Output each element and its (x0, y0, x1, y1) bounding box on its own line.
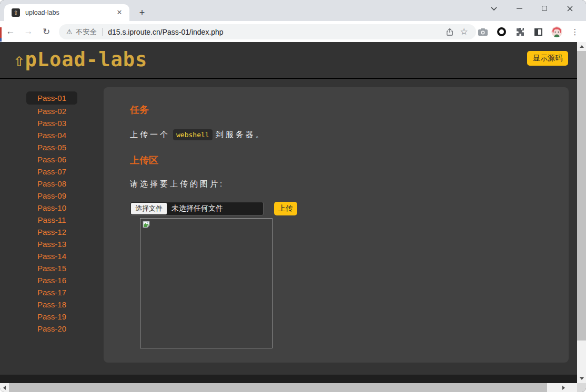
file-status-text: 未选择任何文件 (171, 204, 223, 213)
sidebar-item-pass[interactable]: Pass-13 (21, 238, 83, 250)
bookmark-star-icon[interactable]: ☆ (457, 25, 471, 39)
logo-text: pLoad-labs (25, 48, 147, 71)
scroll-up-icon (580, 45, 584, 48)
task-text-suffix: 到服务器。 (216, 130, 266, 140)
sidebar-item-pass[interactable]: Pass-03 (21, 117, 83, 129)
close-window-button[interactable] (564, 3, 575, 14)
window-controls (488, 0, 582, 17)
pass-link[interactable]: Pass-11 (38, 215, 66, 224)
sidebar-item-pass[interactable]: Pass-12 (21, 226, 83, 238)
task-description: 上传一个 webshell 到服务器。 (130, 129, 569, 140)
page-footer-strip (0, 375, 577, 383)
maximize-icon (542, 6, 547, 11)
task-text-prefix: 上传一个 (130, 130, 170, 140)
sidebar-item-pass[interactable]: Pass-15 (21, 262, 83, 274)
scroll-left-icon (3, 386, 6, 390)
pass-link[interactable]: Pass-19 (37, 312, 66, 321)
ring-extension-icon[interactable] (496, 26, 507, 38)
tab-title: upload-labs (25, 9, 115, 16)
browser-menu-icon[interactable]: ⋮ (569, 26, 581, 38)
pass-link[interactable]: Pass-03 (37, 119, 66, 128)
sidebar-item-pass[interactable]: Pass-06 (21, 153, 83, 166)
pass-link[interactable]: Pass-12 (37, 228, 66, 236)
sidebar-item-pass[interactable]: Pass-17 (21, 286, 83, 298)
sidebar-item-pass[interactable]: Pass-01 (26, 91, 77, 105)
tab-strip: ⇧ upload-labs ✕ + (0, 0, 586, 21)
pass-link[interactable]: Pass-17 (37, 288, 66, 297)
vertical-scrollbar[interactable] (577, 42, 586, 383)
site-header: ⇧pLoad-labs 显示源码 (0, 42, 577, 79)
scroll-up-button[interactable] (577, 42, 586, 51)
browser-window: ⇧ upload-labs ✕ + ← → ↻ ⚠ 不安全 d15.s.ipro… (0, 0, 586, 392)
show-source-button[interactable]: 显示源码 (527, 51, 568, 66)
sidebar-item-pass[interactable]: Pass-18 (21, 298, 83, 311)
choose-file-button[interactable]: 选择文件 (131, 203, 167, 214)
pass-link[interactable]: Pass-02 (37, 107, 66, 116)
browser-tab[interactable]: ⇧ upload-labs ✕ (4, 4, 129, 21)
pass-link[interactable]: Pass-04 (37, 131, 66, 140)
address-bar[interactable]: ⚠ 不安全 d15.s.iproute.cn/Pass-01/index.php… (59, 24, 476, 39)
upload-button[interactable]: 上传 (274, 202, 297, 215)
profile-avatar[interactable] (551, 26, 562, 38)
sidebar-item-pass[interactable]: Pass-04 (21, 129, 83, 141)
url-text[interactable]: d15.s.iproute.cn/Pass-01/index.php (108, 28, 443, 36)
pass-link[interactable]: Pass-13 (37, 240, 66, 249)
file-upload-row: 选择文件 未选择任何文件 上传 (130, 202, 569, 215)
maximize-button[interactable] (539, 3, 550, 14)
pass-link[interactable]: Pass-15 (37, 264, 66, 273)
minimize-button[interactable] (513, 3, 525, 14)
scrollbar-corner (577, 383, 586, 392)
sidebar-item-pass[interactable]: Pass-05 (21, 141, 83, 153)
pass-link[interactable]: Pass-07 (37, 167, 66, 176)
content-panel: 任务 上传一个 webshell 到服务器。 上传区 请选择要上传的图片: 选择… (104, 87, 569, 363)
sidebar-item-pass[interactable]: Pass-07 (21, 166, 83, 178)
logo-arrow-icon: ⇧ (14, 49, 25, 70)
new-tab-button[interactable]: + (135, 6, 149, 20)
pass-link[interactable]: Pass-09 (37, 191, 66, 200)
sidebar-item-pass[interactable]: Pass-20 (21, 323, 83, 335)
window-chevron-icon[interactable] (488, 3, 500, 14)
sidebar-item-pass[interactable]: Pass-08 (21, 178, 83, 190)
share-icon[interactable] (443, 25, 457, 39)
upload-area-heading: 上传区 (130, 154, 569, 167)
omnibox-divider (102, 28, 103, 36)
sidebar-item-pass[interactable]: Pass-10 (21, 202, 83, 214)
horizontal-scrollbar-thumb[interactable] (9, 383, 547, 392)
pass-link[interactable]: Pass-05 (37, 143, 66, 152)
webpage: ⇧pLoad-labs 显示源码 Pass-01Pass-02Pass-03Pa… (0, 42, 577, 383)
task-heading: 任务 (130, 104, 569, 116)
camera-extension-icon[interactable] (477, 26, 489, 38)
security-label[interactable]: 不安全 (76, 27, 97, 37)
scroll-down-icon (580, 377, 584, 380)
horizontal-scrollbar[interactable] (0, 383, 577, 392)
scroll-right-button[interactable] (559, 383, 568, 392)
pass-link[interactable]: Pass-14 (37, 252, 66, 261)
side-panel-icon[interactable] (532, 26, 544, 38)
scroll-down-button[interactable] (577, 374, 586, 383)
sidebar-item-pass[interactable]: Pass-02 (21, 105, 83, 117)
back-button[interactable]: ← (3, 24, 18, 39)
pass-link[interactable]: Pass-08 (37, 179, 66, 188)
pass-link[interactable]: Pass-16 (37, 276, 66, 285)
pass-link[interactable]: Pass-18 (37, 300, 66, 309)
sidebar-item-pass[interactable]: Pass-19 (21, 311, 83, 323)
tab-close-icon[interactable]: ✕ (115, 8, 124, 17)
pass-link[interactable]: Pass-10 (37, 203, 66, 212)
pass-link[interactable]: Pass-20 (37, 324, 66, 333)
reload-button[interactable]: ↻ (39, 24, 54, 39)
sidebar-item-pass[interactable]: Pass-14 (21, 250, 83, 262)
scroll-right-icon (562, 386, 565, 390)
pass-link[interactable]: Pass-01 (37, 94, 66, 102)
vertical-scrollbar-thumb[interactable] (577, 51, 586, 341)
file-input[interactable]: 选择文件 未选择任何文件 (130, 202, 264, 215)
extensions-puzzle-icon[interactable] (514, 26, 526, 38)
sidebar-item-pass[interactable]: Pass-16 (21, 274, 83, 286)
upload-result-image-placeholder (140, 218, 272, 348)
scroll-left-button[interactable] (0, 383, 9, 392)
tab-favicon-icon: ⇧ (12, 8, 20, 17)
pass-link[interactable]: Pass-06 (37, 155, 66, 164)
forward-button[interactable]: → (21, 24, 36, 39)
sidebar-item-pass[interactable]: Pass-11 (21, 214, 83, 226)
site-logo: ⇧pLoad-labs (14, 48, 147, 71)
sidebar-item-pass[interactable]: Pass-09 (21, 190, 83, 202)
